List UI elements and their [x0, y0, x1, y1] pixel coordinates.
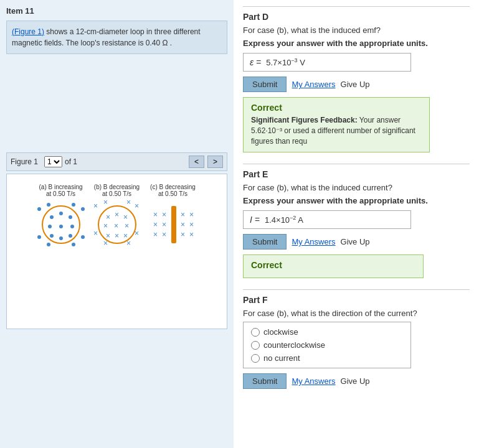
part-f-question: For case (b), what is the direction of t…: [243, 309, 470, 318]
svg-text:×: ×: [153, 230, 158, 239]
diagram-a-svg: [36, 200, 86, 250]
svg-text:×: ×: [189, 210, 194, 219]
svg-text:×: ×: [103, 200, 108, 207]
part-e-correct-box: Correct: [243, 254, 424, 278]
svg-text:×: ×: [162, 230, 166, 239]
part-d-correct-title: Correct: [251, 103, 422, 113]
svg-text:×: ×: [181, 220, 185, 229]
figure-of-label: of 1: [65, 157, 77, 166]
svg-point-14: [37, 235, 41, 239]
part-d-instruction: Express your answer with the appropriate…: [243, 39, 470, 48]
svg-point-4: [48, 225, 52, 228]
part-d-symbol: ε =: [250, 57, 261, 67]
part-f-label-cw: clockwise: [263, 327, 298, 337]
svg-text:×: ×: [189, 220, 194, 229]
part-f-title: Part F: [243, 289, 470, 305]
part-e-question: For case (b), what is the induced curren…: [243, 183, 470, 192]
figure-select[interactable]: 1: [44, 156, 62, 167]
part-f-buttons: Submit My Answers Give Up: [243, 373, 470, 389]
svg-point-1: [50, 215, 54, 219]
svg-text:×: ×: [189, 230, 194, 239]
diagram-a-label: (a) B increasing at 0.50 T/s: [39, 184, 82, 197]
diagram-c-label: (c) B decreasing at 0.50 T/s: [150, 184, 196, 197]
part-e-submit-button[interactable]: Submit: [243, 234, 287, 250]
part-f-radio-nc[interactable]: [251, 354, 260, 363]
figure-diagrams: (a) B increasing at 0.50 T/s: [36, 184, 198, 250]
svg-point-2: [59, 212, 63, 215]
svg-text:×: ×: [93, 229, 98, 238]
svg-point-6: [70, 225, 74, 228]
part-d-section: Part D For case (b), what is the induced…: [243, 6, 470, 152]
item-description: (Figure 1) shows a 12-cm-diameter loop i…: [6, 21, 227, 54]
svg-text:×: ×: [162, 220, 166, 229]
svg-text:×: ×: [103, 239, 108, 248]
diagram-b-svg: × × × × × × × × × × × × × × × ×: [92, 200, 142, 250]
part-e-give-up-link[interactable]: Give Up: [341, 237, 370, 246]
part-e-section: Part E For case (b), what is the induced…: [243, 164, 470, 278]
svg-point-8: [59, 236, 63, 240]
part-d-value: 5.7×10−3 V: [266, 57, 305, 67]
part-f-give-up-link[interactable]: Give Up: [341, 376, 370, 386]
svg-text:×: ×: [106, 213, 110, 222]
part-f-radio-ccw[interactable]: [251, 341, 260, 350]
part-e-my-answers-link[interactable]: My Answers: [292, 237, 335, 246]
svg-text:×: ×: [115, 210, 119, 219]
part-d-correct-feedback: Significant Figures Feedback: Your answe…: [251, 115, 422, 146]
svg-point-15: [81, 235, 85, 239]
part-d-title: Part D: [243, 6, 470, 22]
svg-text:×: ×: [93, 202, 98, 210]
part-e-answer-box: I = 1.4×10−2 A: [243, 210, 411, 229]
svg-point-10: [37, 207, 41, 211]
svg-point-17: [72, 243, 75, 246]
figure-link[interactable]: (Figure 1): [12, 27, 44, 36]
part-f-option-ccw: counterclockwise: [251, 340, 403, 350]
diagram-b: (b) B decreasing at 0.50 T/s × × × × × ×…: [92, 184, 142, 250]
svg-text:×: ×: [162, 210, 166, 219]
part-f-label-nc: no current: [263, 353, 300, 363]
svg-text:×: ×: [126, 200, 131, 207]
part-f-label-ccw: counterclockwise: [263, 340, 325, 350]
part-e-correct-title: Correct: [251, 260, 415, 270]
figure-prev-button[interactable]: <: [189, 156, 204, 168]
diagram-b-label: (b) B decreasing at 0.50 T/s: [94, 184, 140, 197]
svg-text:×: ×: [135, 202, 139, 210]
diagram-c: (c) B decreasing at 0.50 T/s × × × × × ×…: [148, 184, 198, 250]
part-e-buttons: Submit My Answers Give Up: [243, 234, 470, 250]
part-f-my-answers-link[interactable]: My Answers: [292, 376, 335, 386]
part-f-radio-cw[interactable]: [251, 328, 260, 337]
svg-text:×: ×: [123, 213, 128, 222]
figure-nav-label: Figure 1: [11, 157, 38, 166]
svg-text:×: ×: [103, 222, 108, 230]
part-d-buttons: Submit My Answers Give Up: [243, 77, 470, 92]
svg-point-5: [59, 225, 63, 228]
part-d-answer-box: ε = 5.7×10−3 V: [243, 53, 411, 72]
svg-point-7: [50, 234, 54, 238]
part-f-submit-button[interactable]: Submit: [243, 373, 287, 389]
figure-nav: Figure 1 1 of 1 < >: [6, 152, 227, 171]
svg-point-12: [72, 203, 75, 207]
part-d-my-answers-link[interactable]: My Answers: [292, 80, 335, 89]
part-e-instruction: Express your answer with the appropriate…: [243, 196, 470, 205]
svg-text:×: ×: [181, 210, 185, 219]
svg-text:×: ×: [135, 229, 139, 238]
part-f-section: Part F For case (b), what is the directi…: [243, 289, 470, 389]
part-e-value: 1.4×10−2 A: [265, 215, 303, 225]
figure-box: (a) B increasing at 0.50 T/s: [6, 174, 227, 329]
part-d-feedback-bold: Significant Figures Feedback:: [251, 116, 358, 124]
svg-point-13: [81, 207, 85, 211]
svg-text:×: ×: [115, 231, 119, 240]
part-e-symbol: I =: [250, 215, 260, 225]
part-e-title: Part E: [243, 164, 470, 179]
right-panel: Part D For case (b), what is the induced…: [234, 0, 479, 448]
item-title: Item 11: [6, 6, 227, 16]
part-f-radio-group: clockwise counterclockwise no current: [243, 322, 411, 368]
part-d-submit-button[interactable]: Submit: [243, 77, 287, 92]
svg-text:×: ×: [181, 230, 185, 239]
part-d-give-up-link[interactable]: Give Up: [341, 80, 370, 89]
left-panel: Item 11 (Figure 1) shows a 12-cm-diamete…: [0, 0, 234, 448]
figure-next-button[interactable]: >: [207, 156, 223, 168]
svg-text:×: ×: [114, 222, 118, 230]
diagram-a: (a) B increasing at 0.50 T/s: [36, 184, 86, 250]
part-d-correct-box: Correct Significant Figures Feedback: Yo…: [243, 97, 430, 152]
svg-point-3: [69, 215, 72, 219]
